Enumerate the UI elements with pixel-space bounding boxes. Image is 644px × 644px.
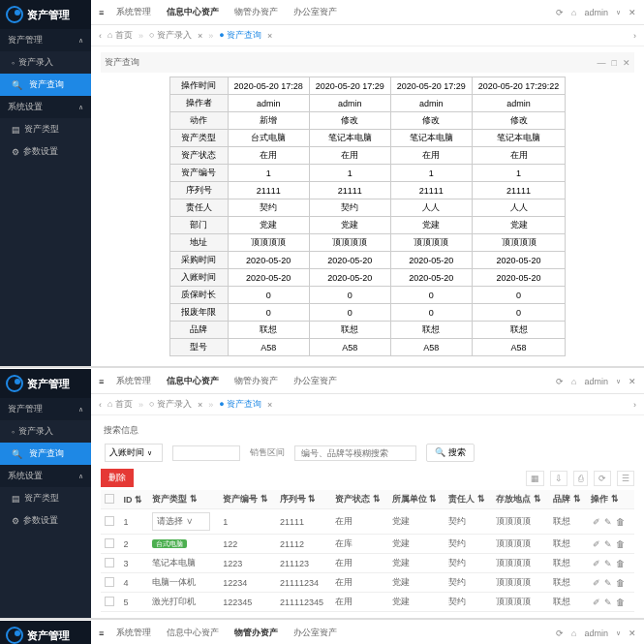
- menu-asset-mgmt[interactable]: 资产管理∧: [0, 29, 91, 51]
- menu-sys-settings[interactable]: 系统设置∧: [0, 96, 91, 118]
- menu-asset-input[interactable]: ◦ 资产录入: [0, 51, 91, 74]
- breadcrumb: ‹ ⌂ 首页 »○ 资产录入× »● 资产查询× ›: [91, 25, 644, 46]
- menu-asset-query[interactable]: 🔍资产查询: [0, 443, 91, 465]
- data-table: ID ⇅资产类型 ⇅资产编号 ⇅序列号 ⇅资产状态 ⇅所属单位 ⇅责任人 ⇅存放…: [101, 490, 634, 612]
- close-icon[interactable]: ✕: [623, 58, 630, 68]
- app-title: 资产管理: [27, 8, 70, 22]
- search-section-label: 搜索信息: [101, 421, 634, 440]
- home-icon[interactable]: ⌂: [571, 8, 576, 17]
- logout-icon[interactable]: ✕: [629, 8, 636, 17]
- refresh-icon[interactable]: ⟳: [556, 8, 564, 17]
- download-icon[interactable]: ⇩: [550, 471, 567, 486]
- time-filter[interactable]: 入账时间 ∨: [105, 444, 163, 462]
- delete-button[interactable]: 删除: [101, 469, 134, 487]
- date-from[interactable]: [172, 445, 240, 461]
- chevron-up-icon: ∧: [78, 37, 83, 45]
- home-link[interactable]: ⌂ 首页: [107, 29, 133, 42]
- maximize-icon[interactable]: □: [612, 58, 617, 68]
- menu-asset-query[interactable]: 🔍资产查询: [0, 74, 91, 96]
- search-button[interactable]: 🔍 搜索: [426, 444, 475, 462]
- logo: 资产管理: [0, 0, 91, 29]
- minimize-icon[interactable]: —: [598, 58, 606, 68]
- menu-param-settings[interactable]: ⚙ 参数设置: [0, 140, 91, 163]
- columns-icon[interactable]: ☰: [617, 471, 634, 486]
- keyword-input[interactable]: [294, 445, 416, 461]
- print-icon[interactable]: ⎙: [573, 471, 588, 486]
- forward-icon[interactable]: ›: [633, 31, 636, 41]
- refresh-icon[interactable]: ⟳: [594, 471, 611, 486]
- user-label[interactable]: admin: [584, 8, 608, 17]
- logo-icon: [6, 6, 23, 23]
- tab-wuguan-assets[interactable]: 物管办资产: [231, 4, 281, 20]
- menu-icon[interactable]: ≡: [99, 8, 104, 17]
- tab-info-assets[interactable]: 信息中心资产: [164, 4, 222, 20]
- sidebar: 资产管理 资产管理∧ ◦ 资产录入 🔍资产查询 系统设置∧ ▤ 资产类型 ⚙ 参…: [0, 0, 91, 366]
- tab-office-assets[interactable]: 办公室资产: [291, 4, 340, 20]
- menu-asset-input[interactable]: ◦ 资产录入: [0, 420, 91, 443]
- topbar: ≡ 系统管理 信息中心资产 物管办资产 办公室资产 ⟳ ⌂ admin∨ ✕: [91, 0, 644, 25]
- chart-icon[interactable]: ▦: [526, 471, 544, 486]
- sidebar: 资产管理 资产管理∧ ◦ 资产录入 🔍资产查询 系统设置∧ ▤ 资产类型 ⚙ 参…: [0, 369, 91, 618]
- chevron-up-icon: ∧: [78, 104, 83, 111]
- menu-asset-type[interactable]: ▤ 资产类型: [0, 118, 91, 140]
- sidebar: 资产管理 资产管理∧ ◦ 资产录入 🔍资产查询 系统设置∧ ▤ 资产类型 ⚙ 参…: [0, 621, 91, 644]
- detail-table: 操作时间2020-05-20 17:282020-05-20 17:292020…: [169, 77, 567, 356]
- tab-sysmgmt[interactable]: 系统管理: [113, 4, 154, 20]
- back-icon[interactable]: ‹: [99, 31, 102, 41]
- section-header: 资产查询 —□✕: [101, 52, 634, 73]
- search-bar: 入账时间 ∨ 销售区间 🔍 搜索: [101, 440, 634, 466]
